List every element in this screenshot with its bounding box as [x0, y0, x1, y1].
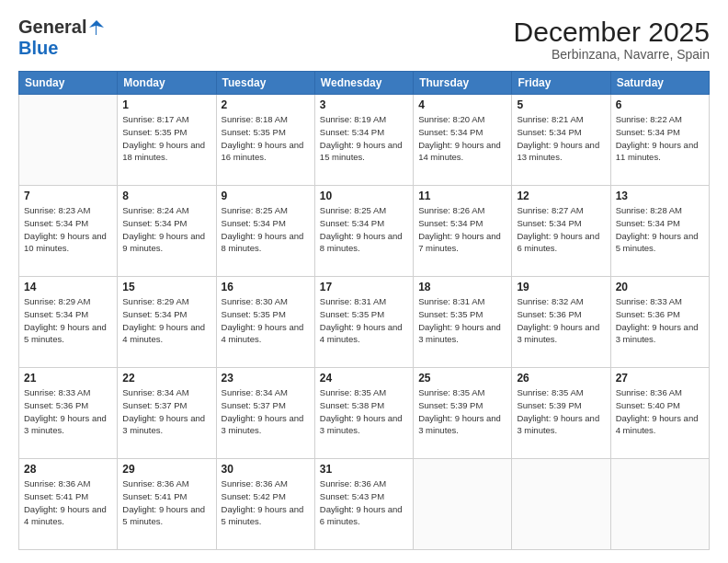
day-number: 3	[320, 98, 408, 111]
day-number: 31	[320, 463, 408, 476]
calendar-cell: 24Sunrise: 8:35 AMSunset: 5:38 PMDayligh…	[314, 368, 413, 459]
title-section: December 2025 Berbinzana, Navarre, Spain	[514, 17, 710, 62]
day-number: 15	[122, 281, 210, 293]
day-number: 18	[418, 281, 506, 293]
calendar-cell	[512, 459, 610, 550]
day-info: Sunrise: 8:36 AMSunset: 5:42 PMDaylight:…	[222, 477, 310, 528]
location-text: Berbinzana, Navarre, Spain	[514, 47, 710, 62]
calendar-cell: 1Sunrise: 8:17 AMSunset: 5:35 PMDaylight…	[118, 95, 216, 186]
calendar-cell: 28Sunrise: 8:36 AMSunset: 5:41 PMDayligh…	[19, 459, 118, 550]
calendar-header-wednesday: Wednesday	[314, 72, 413, 95]
calendar-cell: 18Sunrise: 8:31 AMSunset: 5:35 PMDayligh…	[414, 277, 512, 368]
day-number: 12	[517, 190, 605, 202]
day-number: 5	[517, 98, 605, 111]
day-number: 2	[222, 98, 310, 111]
calendar-cell: 25Sunrise: 8:35 AMSunset: 5:39 PMDayligh…	[414, 368, 512, 459]
calendar-week-row: 14Sunrise: 8:29 AMSunset: 5:34 PMDayligh…	[19, 277, 710, 368]
day-info: Sunrise: 8:31 AMSunset: 5:35 PMDaylight:…	[320, 295, 408, 346]
day-info: Sunrise: 8:36 AMSunset: 5:43 PMDaylight:…	[320, 477, 408, 528]
day-info: Sunrise: 8:35 AMSunset: 5:39 PMDaylight:…	[418, 386, 506, 437]
calendar-header-row: SundayMondayTuesdayWednesdayThursdayFrid…	[19, 72, 710, 95]
day-info: Sunrise: 8:20 AMSunset: 5:34 PMDaylight:…	[418, 113, 506, 164]
day-number: 24	[320, 372, 408, 385]
logo-general-text: General	[18, 17, 86, 38]
calendar-header-monday: Monday	[118, 72, 216, 95]
day-info: Sunrise: 8:36 AMSunset: 5:41 PMDaylight:…	[122, 477, 210, 528]
day-info: Sunrise: 8:21 AMSunset: 5:34 PMDaylight:…	[517, 113, 605, 164]
day-number: 14	[24, 281, 112, 293]
calendar-cell: 27Sunrise: 8:36 AMSunset: 5:40 PMDayligh…	[610, 368, 709, 459]
calendar-cell: 19Sunrise: 8:32 AMSunset: 5:36 PMDayligh…	[512, 277, 610, 368]
calendar-header-thursday: Thursday	[414, 72, 512, 95]
day-info: Sunrise: 8:36 AMSunset: 5:41 PMDaylight:…	[24, 477, 112, 528]
day-info: Sunrise: 8:18 AMSunset: 5:35 PMDaylight:…	[222, 113, 310, 164]
calendar-cell: 23Sunrise: 8:34 AMSunset: 5:37 PMDayligh…	[216, 368, 314, 459]
day-info: Sunrise: 8:36 AMSunset: 5:40 PMDaylight:…	[616, 386, 704, 437]
day-number: 8	[122, 190, 210, 202]
day-info: Sunrise: 8:33 AMSunset: 5:36 PMDaylight:…	[24, 386, 112, 437]
day-info: Sunrise: 8:22 AMSunset: 5:34 PMDaylight:…	[616, 113, 704, 164]
day-info: Sunrise: 8:31 AMSunset: 5:35 PMDaylight:…	[418, 295, 506, 346]
day-number: 21	[24, 372, 112, 385]
calendar-header-saturday: Saturday	[610, 72, 709, 95]
day-number: 29	[122, 463, 210, 476]
calendar-week-row: 1Sunrise: 8:17 AMSunset: 5:35 PMDaylight…	[19, 95, 710, 186]
day-info: Sunrise: 8:27 AMSunset: 5:34 PMDaylight:…	[517, 204, 605, 255]
day-number: 28	[24, 463, 112, 476]
day-number: 20	[616, 281, 704, 293]
logo-blue-text: Blue	[18, 38, 58, 59]
day-info: Sunrise: 8:29 AMSunset: 5:34 PMDaylight:…	[122, 295, 210, 346]
day-info: Sunrise: 8:32 AMSunset: 5:36 PMDaylight:…	[517, 295, 605, 346]
calendar-cell: 15Sunrise: 8:29 AMSunset: 5:34 PMDayligh…	[118, 277, 216, 368]
day-number: 1	[122, 98, 210, 111]
calendar-cell: 16Sunrise: 8:30 AMSunset: 5:35 PMDayligh…	[216, 277, 314, 368]
day-info: Sunrise: 8:25 AMSunset: 5:34 PMDaylight:…	[222, 204, 310, 255]
day-info: Sunrise: 8:33 AMSunset: 5:36 PMDaylight:…	[616, 295, 704, 346]
day-info: Sunrise: 8:35 AMSunset: 5:39 PMDaylight:…	[517, 386, 605, 437]
day-number: 23	[222, 372, 310, 385]
day-info: Sunrise: 8:34 AMSunset: 5:37 PMDaylight:…	[222, 386, 310, 437]
day-number: 26	[517, 372, 605, 385]
calendar-cell: 31Sunrise: 8:36 AMSunset: 5:43 PMDayligh…	[314, 459, 413, 550]
day-number: 19	[517, 281, 605, 293]
calendar-cell: 9Sunrise: 8:25 AMSunset: 5:34 PMDaylight…	[216, 186, 314, 277]
day-number: 17	[320, 281, 408, 293]
calendar-week-row: 7Sunrise: 8:23 AMSunset: 5:34 PMDaylight…	[19, 186, 710, 277]
day-number: 13	[616, 190, 704, 202]
logo-flag-icon	[88, 19, 105, 36]
calendar-week-row: 28Sunrise: 8:36 AMSunset: 5:41 PMDayligh…	[19, 459, 710, 550]
calendar-cell: 14Sunrise: 8:29 AMSunset: 5:34 PMDayligh…	[19, 277, 118, 368]
day-info: Sunrise: 8:28 AMSunset: 5:34 PMDaylight:…	[616, 204, 704, 255]
calendar-cell: 20Sunrise: 8:33 AMSunset: 5:36 PMDayligh…	[610, 277, 709, 368]
month-title: December 2025	[514, 17, 710, 47]
calendar-cell	[19, 95, 118, 186]
calendar-cell: 3Sunrise: 8:19 AMSunset: 5:34 PMDaylight…	[314, 95, 413, 186]
calendar-cell	[610, 459, 709, 550]
calendar-cell: 10Sunrise: 8:25 AMSunset: 5:34 PMDayligh…	[314, 186, 413, 277]
day-info: Sunrise: 8:30 AMSunset: 5:35 PMDaylight:…	[222, 295, 310, 346]
calendar-cell: 22Sunrise: 8:34 AMSunset: 5:37 PMDayligh…	[118, 368, 216, 459]
calendar-cell: 26Sunrise: 8:35 AMSunset: 5:39 PMDayligh…	[512, 368, 610, 459]
calendar-cell: 8Sunrise: 8:24 AMSunset: 5:34 PMDaylight…	[118, 186, 216, 277]
calendar-week-row: 21Sunrise: 8:33 AMSunset: 5:36 PMDayligh…	[19, 368, 710, 459]
header: General Blue December 2025 Berbinzana, N…	[18, 17, 710, 62]
day-info: Sunrise: 8:34 AMSunset: 5:37 PMDaylight:…	[122, 386, 210, 437]
calendar-cell: 12Sunrise: 8:27 AMSunset: 5:34 PMDayligh…	[512, 186, 610, 277]
day-number: 22	[122, 372, 210, 385]
calendar-header-friday: Friday	[512, 72, 610, 95]
day-number: 30	[222, 463, 310, 476]
calendar-cell: 29Sunrise: 8:36 AMSunset: 5:41 PMDayligh…	[118, 459, 216, 550]
calendar-cell	[414, 459, 512, 550]
calendar-cell: 21Sunrise: 8:33 AMSunset: 5:36 PMDayligh…	[19, 368, 118, 459]
calendar-cell: 13Sunrise: 8:28 AMSunset: 5:34 PMDayligh…	[610, 186, 709, 277]
day-info: Sunrise: 8:35 AMSunset: 5:38 PMDaylight:…	[320, 386, 408, 437]
calendar-table: SundayMondayTuesdayWednesdayThursdayFrid…	[18, 71, 710, 550]
day-number: 16	[222, 281, 310, 293]
day-number: 6	[616, 98, 704, 111]
calendar-cell: 7Sunrise: 8:23 AMSunset: 5:34 PMDaylight…	[19, 186, 118, 277]
day-number: 11	[418, 190, 506, 202]
page: General Blue December 2025 Berbinzana, N…	[0, 0, 728, 563]
day-info: Sunrise: 8:29 AMSunset: 5:34 PMDaylight:…	[24, 295, 112, 346]
logo: General Blue	[18, 17, 105, 59]
day-number: 7	[24, 190, 112, 202]
